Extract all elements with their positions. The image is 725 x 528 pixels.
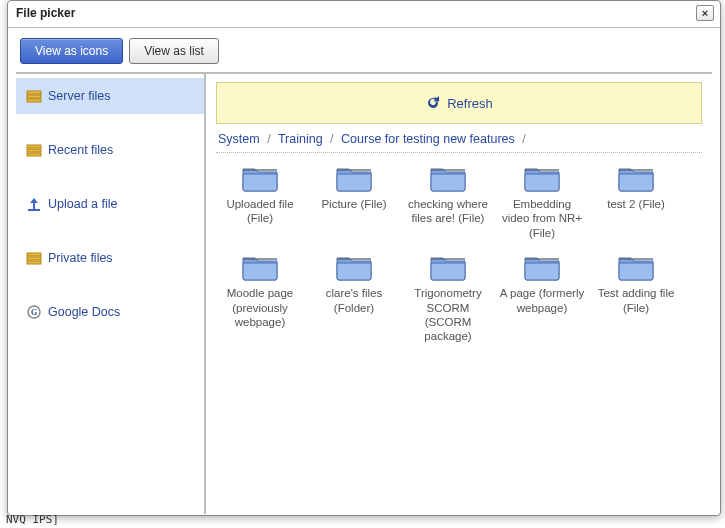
svg-rect-6 xyxy=(28,209,40,211)
file-label: Picture (File) xyxy=(310,197,398,211)
view-toggle: View as icons View as list xyxy=(16,36,712,72)
svg-rect-2 xyxy=(27,99,41,102)
breadcrumb-sep: / xyxy=(267,132,270,146)
folder-icon xyxy=(335,252,373,282)
svg-rect-8 xyxy=(27,257,41,260)
file-label: Trigonometry SCORM (SCORM package) xyxy=(404,286,492,344)
svg-rect-9 xyxy=(27,261,41,264)
svg-rect-16 xyxy=(619,169,653,171)
sidebar-item-upload-file[interactable]: Upload a file xyxy=(16,186,204,222)
file-label: Test adding file (File) xyxy=(592,286,680,315)
sidebar-item-label: Server files xyxy=(48,89,111,103)
folder-icon xyxy=(617,252,655,282)
refresh-icon xyxy=(425,95,441,111)
main-panel: Refresh System / Training / Course for t… xyxy=(206,74,712,514)
folder-icon xyxy=(429,252,467,282)
sidebar-item-label: Private files xyxy=(48,251,113,265)
sidebar-item-label: Recent files xyxy=(48,143,113,157)
breadcrumb-link[interactable]: Training xyxy=(278,132,323,146)
svg-rect-7 xyxy=(27,253,41,256)
file-grid: Uploaded file (File)Picture (File)checki… xyxy=(216,153,702,356)
file-item[interactable]: checking where files are! (File) xyxy=(404,163,492,240)
svg-rect-14 xyxy=(431,169,465,171)
file-item[interactable]: A page (formerly webpage) xyxy=(498,252,586,344)
svg-rect-21 xyxy=(619,258,653,260)
folder-icon xyxy=(617,163,655,193)
sidebar-item-recent-files[interactable]: Recent files xyxy=(16,132,204,168)
sidebar-item-label: Upload a file xyxy=(48,197,118,211)
close-button[interactable]: × xyxy=(696,5,714,21)
refresh-button[interactable]: Refresh xyxy=(216,82,702,124)
svg-rect-0 xyxy=(27,91,41,94)
folder-icon xyxy=(429,163,467,193)
file-label: checking where files are! (File) xyxy=(404,197,492,226)
upload-icon xyxy=(26,196,42,212)
breadcrumb-link[interactable]: Course for testing new features xyxy=(341,132,515,146)
breadcrumb-sep: / xyxy=(330,132,333,146)
file-label: Embedding video from NR+ (File) xyxy=(498,197,586,240)
breadcrumb-link[interactable]: System xyxy=(218,132,260,146)
dialog-title: File picker xyxy=(16,6,75,20)
file-label: clare's files (Folder) xyxy=(310,286,398,315)
breadcrumb-sep: / xyxy=(522,132,525,146)
file-item[interactable]: Moodle page (previously webpage) xyxy=(216,252,304,344)
svg-rect-15 xyxy=(525,169,559,171)
svg-rect-13 xyxy=(337,169,371,171)
svg-rect-5 xyxy=(27,153,41,156)
sidebar-item-label: Google Docs xyxy=(48,305,120,319)
view-as-list-button[interactable]: View as list xyxy=(129,38,219,64)
file-item[interactable]: test 2 (File) xyxy=(592,163,680,240)
folder-icon xyxy=(335,163,373,193)
sidebar-item-server-files[interactable]: Server files xyxy=(16,78,204,114)
file-item[interactable]: Embedding video from NR+ (File) xyxy=(498,163,586,240)
refresh-label: Refresh xyxy=(447,96,493,111)
folder-icon xyxy=(241,163,279,193)
sidebar-item-google-docs[interactable]: G Google Docs xyxy=(16,294,204,330)
svg-rect-20 xyxy=(525,258,559,260)
folder-icon xyxy=(241,252,279,282)
svg-rect-17 xyxy=(243,258,277,260)
view-as-icons-button[interactable]: View as icons xyxy=(20,38,123,64)
page-background-text: NVQ IPS] xyxy=(0,511,65,528)
svg-text:G: G xyxy=(31,308,37,317)
svg-rect-4 xyxy=(27,149,41,152)
file-item[interactable]: Trigonometry SCORM (SCORM package) xyxy=(404,252,492,344)
folder-icon xyxy=(523,252,561,282)
file-item[interactable]: clare's files (Folder) xyxy=(310,252,398,344)
titlebar: File picker × xyxy=(8,1,720,28)
file-picker-dialog: File picker × View as icons View as list… xyxy=(7,0,721,516)
repository-sidebar: Server files Recent files Upload a file xyxy=(16,74,206,514)
file-label: Uploaded file (File) xyxy=(216,197,304,226)
file-label: test 2 (File) xyxy=(592,197,680,211)
folder-icon xyxy=(523,163,561,193)
file-item[interactable]: Test adding file (File) xyxy=(592,252,680,344)
file-item[interactable]: Picture (File) xyxy=(310,163,398,240)
file-item[interactable]: Uploaded file (File) xyxy=(216,163,304,240)
svg-rect-19 xyxy=(431,258,465,260)
google-docs-icon: G xyxy=(26,304,42,320)
svg-rect-3 xyxy=(27,145,41,148)
file-label: Moodle page (previously webpage) xyxy=(216,286,304,329)
file-label: A page (formerly webpage) xyxy=(498,286,586,315)
sidebar-item-private-files[interactable]: Private files xyxy=(16,240,204,276)
svg-rect-1 xyxy=(27,95,41,98)
recent-files-icon xyxy=(26,142,42,158)
breadcrumb: System / Training / Course for testing n… xyxy=(216,124,702,153)
private-files-icon xyxy=(26,250,42,266)
server-files-icon xyxy=(26,88,42,104)
svg-rect-18 xyxy=(337,258,371,260)
svg-rect-12 xyxy=(243,169,277,171)
